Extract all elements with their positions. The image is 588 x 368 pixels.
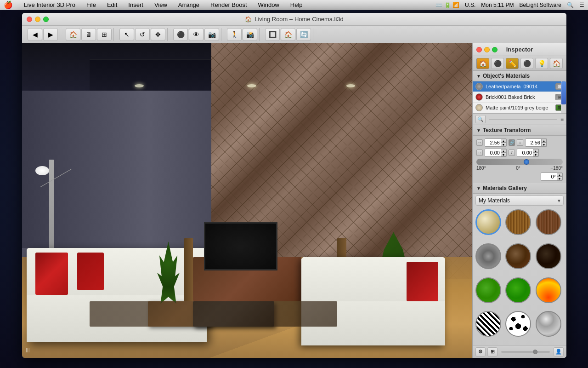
nav-group: ◀ ▶ (26, 28, 60, 41)
tx-scale-y-down[interactable]: ▼ (541, 143, 547, 146)
tool-group: ↖ ↺ ✥ (118, 28, 168, 41)
gallery-dropdown[interactable]: My Materials ▼ (475, 196, 564, 206)
zoom-slider-thumb[interactable] (533, 350, 537, 354)
tab-paint[interactable]: ✏️ (506, 58, 519, 69)
menubar-search-icon[interactable]: 🔍 (567, 2, 574, 8)
menu-help[interactable]: Help (288, 1, 305, 8)
material-name-2: Matte paint/1019 grey beige (486, 105, 553, 110)
minimize-button[interactable] (35, 17, 40, 22)
move-tool[interactable]: ✥ (151, 28, 165, 41)
swatch-metal[interactable] (536, 311, 561, 337)
swatch-brown[interactable] (505, 243, 531, 269)
menu-edit[interactable]: Edit (105, 1, 119, 8)
toolbar: ◀ ▶ 🏠 🖥 ⊞ ↖ ↺ ✥ ⚫ 👁 📷 🚶 📸 🔲 🏠 (22, 26, 566, 43)
forward-button[interactable]: ▶ (43, 28, 58, 41)
window-doc-icon: 🏠 (245, 16, 252, 23)
tx-scale-row: ↔ ▲ ▼ 🔗 ↕ ▲ ▼ (473, 138, 566, 148)
grid-button[interactable]: ⊞ (487, 347, 498, 356)
tx-rotation-wrap: ▲ ▼ (541, 172, 563, 181)
inspector-tabs: 🏠 ⚫ ✏️ ⚫ 💡 🏠 (473, 56, 566, 71)
photo-button[interactable]: 📸 (243, 28, 257, 41)
tv-screen (204, 222, 277, 270)
inspector-traffic-lights (476, 47, 498, 52)
eyedropper-tool[interactable]: 🔍 (475, 115, 486, 123)
swatches-grid (473, 207, 566, 345)
tx-offset-y-up[interactable]: ▲ (533, 149, 538, 153)
toolbar-menu[interactable]: ≡ (560, 116, 564, 122)
tab-dark[interactable]: ⚫ (520, 58, 533, 69)
rotation-slider[interactable] (476, 159, 563, 165)
swatch-green2[interactable] (505, 277, 531, 303)
menu-render[interactable]: Render Boost (209, 1, 249, 8)
swatch-darkbrown[interactable] (536, 243, 561, 269)
tx-offset-row: ↔ ▲ ▼ I ▲ ▼ (473, 148, 566, 158)
menu-window[interactable]: Window (256, 1, 281, 8)
menu-file[interactable]: File (85, 1, 98, 8)
close-button[interactable] (27, 17, 32, 22)
snapshot-button[interactable]: 📷 (204, 28, 219, 41)
materials-scrollbar-thumb[interactable] (561, 81, 566, 104)
settings-button[interactable]: ⚙ (475, 347, 486, 356)
swatch-wood2[interactable] (536, 209, 561, 235)
home-button[interactable]: 🏠 (281, 28, 295, 41)
material-item-0[interactable]: Leather/pamela_09014 ⊞ (473, 81, 566, 92)
back-button[interactable]: ◀ (28, 28, 42, 41)
tx-offset-x-down[interactable]: ▼ (501, 153, 506, 156)
select-tool[interactable]: ↖ (119, 28, 134, 41)
menu-arrange[interactable]: Arrange (176, 1, 201, 8)
swatch-spots[interactable] (505, 311, 531, 337)
tx-rotation-up[interactable]: ▲ (557, 173, 562, 177)
swatch-wood1[interactable] (505, 209, 531, 235)
material-swatch-0 (475, 83, 483, 90)
tx-link-icon[interactable]: 🔗 (509, 139, 515, 146)
menu-view[interactable]: View (153, 1, 169, 8)
gallery-arrow: ▼ (476, 186, 481, 191)
camera-button[interactable]: 👁 (189, 28, 204, 41)
tx-rotation-down[interactable]: ▼ (557, 177, 562, 180)
menubar-menu-icon[interactable]: ☰ (579, 2, 584, 8)
materials-list[interactable]: Leather/pamela_09014 ⊞ Brick/001 Baked B… (473, 81, 566, 114)
texture-transform-header: ▼ Texture Transform (473, 125, 566, 136)
tx-scale-y-up[interactable]: ▲ (541, 139, 547, 143)
inspector-zoom[interactable] (492, 47, 498, 52)
swatch-zebra[interactable] (475, 311, 501, 337)
tab-home[interactable]: 🏠 (550, 58, 563, 69)
swatch-fire[interactable] (536, 277, 561, 303)
person-button[interactable]: 👤 (554, 347, 564, 356)
zoom-slider[interactable] (501, 351, 550, 353)
material-item-1[interactable]: Brick/001 Baked Brick ⊞ (473, 92, 566, 103)
orbit-button[interactable]: 🔄 (296, 28, 311, 41)
walk-button[interactable]: 🚶 (227, 28, 242, 41)
tab-sphere[interactable]: ⚫ (491, 58, 504, 69)
floor-plan-button[interactable]: 🏠 (66, 28, 80, 41)
rotation-thumb[interactable] (524, 159, 529, 165)
inspector-minimize[interactable] (484, 47, 490, 52)
swatch-stone[interactable] (475, 243, 501, 269)
rotation-row: 180° 0° −180° (473, 158, 566, 172)
inspector-close[interactable] (476, 47, 482, 52)
tx-scale-x-icon: ↔ (476, 139, 483, 146)
swatch-green1[interactable] (475, 277, 501, 303)
viewport[interactable]: ||| (22, 43, 472, 358)
pan-tool[interactable]: ↺ (135, 28, 150, 41)
material-item-2[interactable]: Matte paint/1019 grey beige ⊞ (473, 103, 566, 113)
split-view-button[interactable]: ⊞ (97, 28, 112, 41)
fullscreen-button[interactable] (43, 17, 49, 22)
action-group: 🚶 📸 (225, 28, 260, 41)
sphere-button[interactable]: ⚫ (173, 28, 188, 41)
menu-insert[interactable]: Insert (126, 1, 145, 8)
sofa-left (27, 248, 207, 342)
tab-materials[interactable]: 🏠 (476, 58, 489, 69)
tx-scale-x-up[interactable]: ▲ (501, 139, 506, 143)
spotlight-1 (135, 84, 144, 87)
3d-view-button[interactable]: 🖥 (81, 28, 96, 41)
apple-menu[interactable]: 🍎 (4, 0, 13, 9)
tx-offset-x-up[interactable]: ▲ (501, 149, 506, 153)
tx-scale-x-down[interactable]: ▼ (501, 143, 506, 146)
tx-offset-y-down[interactable]: ▼ (533, 153, 538, 156)
tab-light[interactable]: 💡 (535, 58, 548, 69)
render-button[interactable]: 🔲 (265, 28, 280, 41)
materials-scrollbar[interactable] (561, 81, 566, 113)
swatch-beige[interactable] (475, 209, 501, 235)
menu-app[interactable]: Live Interior 3D Pro (22, 1, 77, 8)
